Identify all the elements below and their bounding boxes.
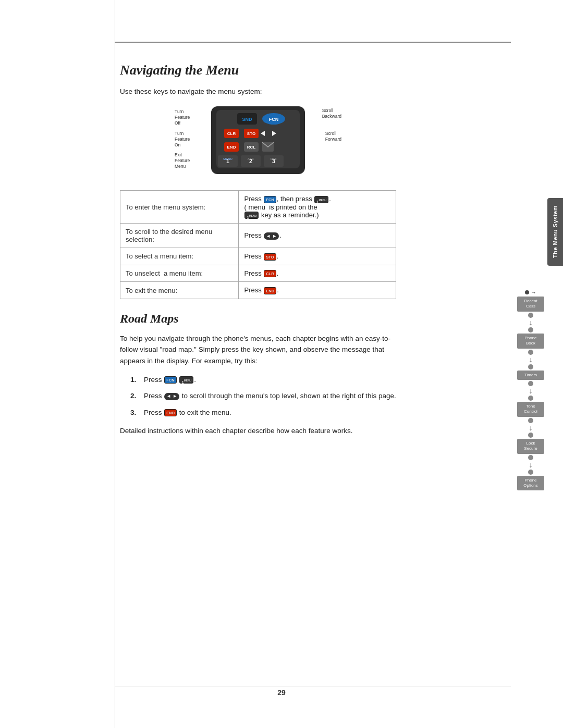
label-turn-feature-on: TurnFeatureOn: [175, 131, 190, 148]
table-row: To enter the menu system: Press FCN, the…: [120, 191, 396, 224]
intro-text: Use these keys to navigate the menu syst…: [120, 88, 396, 95]
main-content: Navigating the Menu Use these keys to na…: [120, 63, 396, 444]
table-row: To unselect a menu item: Press CLR.: [120, 265, 396, 282]
roadmap-box: Timers: [517, 371, 544, 380]
clr-key: CLR: [264, 270, 276, 277]
table-cell-action: To unselect a menu item:: [120, 265, 239, 282]
navigation-table: To enter the menu system: Press FCN, the…: [120, 190, 396, 299]
roadmap-item-lock-secure: LockSecure ↓: [517, 439, 544, 476]
table-row: To scroll to the desired menu selection:…: [120, 224, 396, 248]
table-cell-instruction: Press ◄►.: [239, 224, 396, 248]
roadmap-arrow: ↓: [529, 461, 533, 468]
table-cell-instruction: Press END.: [239, 282, 396, 299]
table-cell-instruction: Press CLR.: [239, 265, 396, 282]
table-cell-action: To enter the menu system:: [120, 191, 239, 224]
page: Navigating the Menu Use these keys to na…: [0, 0, 563, 728]
roadmap-dot: [528, 364, 533, 369]
menu-key-list: 1MENU: [179, 376, 193, 384]
roadmap-dot: [528, 350, 533, 355]
start-dot: [525, 290, 529, 294]
svg-text:CLR: CLR: [227, 131, 236, 136]
roadmap-dot: [528, 418, 533, 423]
list-number: 1.: [130, 374, 140, 386]
fcn-key: FCN: [264, 196, 276, 203]
roadmap-box: PhoneBook: [517, 334, 544, 349]
roadmap-arrow: ↓: [529, 387, 533, 394]
roadmap-dot: [528, 455, 533, 460]
roadmap-box: PhoneOptions: [517, 476, 544, 491]
start-arrow: →: [531, 289, 536, 295]
table-row: To exit the menu: Press END.: [120, 282, 396, 299]
roadmap-box: ToneControl: [517, 402, 544, 417]
table-cell-action: To exit the menu:: [120, 282, 239, 299]
svg-text:SND: SND: [242, 117, 252, 122]
roadmap-sidebar: → RecentCalls ↓ PhoneBook ↓ Timers ↓ Ton…: [517, 289, 544, 490]
road-maps-body: To help you navigate through the phone's…: [120, 333, 396, 367]
section-title: Navigating the Menu: [120, 63, 396, 78]
road-maps-list: 1. Press FCN 1MENU. 2. Press ◄► to scrol…: [130, 374, 396, 418]
table-cell-instruction: Press STO.: [239, 248, 396, 265]
tab-label: The Menu System: [552, 205, 558, 258]
end-key-list: END: [164, 409, 177, 416]
menu-key: 1MENU: [314, 196, 328, 203]
roadmap-arrow: ↓: [529, 356, 533, 363]
svg-text:DEF: DEF: [271, 157, 277, 161]
roadmap-item-recent-calls: RecentCalls ↓: [517, 297, 544, 334]
svg-text:ABC: ABC: [248, 157, 254, 161]
table-cell-action: To select a menu item:: [120, 248, 239, 265]
phone-diagram-area: TurnFeatureOff TurnFeatureOn ExitFeature…: [175, 104, 341, 182]
roadmap-dot: [528, 381, 533, 386]
roadmap-arrow: ↓: [529, 319, 533, 326]
fcn-key-list: FCN: [164, 376, 176, 384]
svg-text:STO: STO: [247, 131, 255, 136]
top-decorative-line: [115, 42, 511, 43]
menu-system-tab: The Menu System: [547, 198, 563, 266]
scroll-arrows-list: ◄►: [164, 393, 179, 400]
roadmap-item-timers: Timers ↓: [517, 371, 544, 402]
scroll-arrows: ◄►: [264, 232, 279, 240]
road-maps-title: Road Maps: [120, 312, 396, 326]
roadmap-item-tone-control: ToneControl ↓: [517, 402, 544, 439]
sto-key: STO: [264, 253, 276, 261]
list-item: 2. Press ◄► to scroll through the menu's…: [130, 390, 396, 402]
page-number: 29: [277, 688, 286, 697]
roadmap-arrow: ↓: [529, 424, 533, 431]
svg-text:MENU: MENU: [223, 157, 232, 161]
label-turn-feature-off: TurnFeatureOff: [175, 109, 190, 126]
roadmap-dot: [528, 396, 533, 401]
roadmap-item-phone-book: PhoneBook ↓: [517, 334, 544, 371]
end-key: END: [264, 287, 276, 294]
phone-diagram-svg: SND FCN CLR STO END RCL: [203, 104, 313, 179]
list-item-text: Press FCN 1MENU.: [144, 374, 196, 386]
svg-text:RCL: RCL: [247, 145, 256, 150]
list-item: 1. Press FCN 1MENU.: [130, 374, 396, 386]
list-number: 3.: [130, 407, 140, 418]
table-row: To select a menu item: Press STO.: [120, 248, 396, 265]
roadmap-dot: [528, 470, 533, 475]
menu-key-2: 1MENU: [244, 212, 259, 219]
label-exit-feature-menu: ExitFeatureMenu: [175, 152, 190, 169]
list-item: 3. Press END to exit the menu.: [130, 407, 396, 418]
svg-text:FCN: FCN: [269, 117, 279, 122]
list-item-text: Press ◄► to scroll through the menu's to…: [144, 390, 396, 402]
label-scroll-forward: ScrollForward: [325, 131, 341, 142]
table-cell-action: To scroll to the desired menu selection:: [120, 224, 239, 248]
roadmap-start: →: [525, 289, 536, 295]
bottom-decorative-line: [115, 686, 511, 686]
roadmap-box: RecentCalls: [517, 297, 544, 312]
svg-text:END: END: [227, 145, 236, 150]
roadmap-box: LockSecure: [517, 439, 544, 454]
roadmap-dot: [528, 313, 533, 318]
roadmap-dot: [528, 327, 533, 332]
list-number: 2.: [130, 390, 140, 402]
roadmap-dot: [528, 433, 533, 438]
table-cell-instruction: Press FCN, then press 1MENU. ( menu is p…: [239, 191, 396, 224]
closing-text: Detailed instructions within each chapte…: [120, 425, 396, 437]
divider-line: [115, 0, 115, 728]
roadmap-item-phone-options: PhoneOptions: [517, 476, 544, 491]
label-scroll-backward: ScrollBackward: [322, 108, 341, 119]
list-item-text: Press END to exit the menu.: [144, 407, 231, 418]
